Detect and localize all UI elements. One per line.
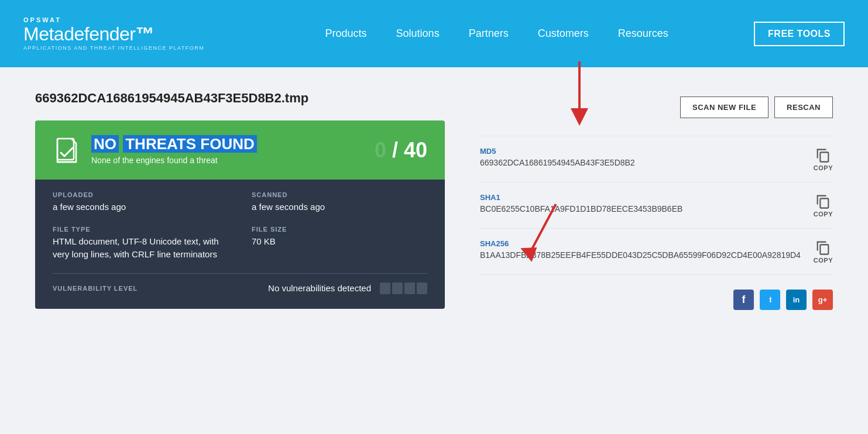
nav-resources[interactable]: Resources <box>618 27 668 40</box>
md5-label: MD5 <box>480 147 802 156</box>
file-type-label: FILE TYPE <box>53 226 228 233</box>
vuln-right: No vulnerabilities detected <box>268 283 427 294</box>
file-icon <box>53 136 81 164</box>
file-size-label: FILE SIZE <box>252 226 427 233</box>
nav-customers[interactable]: Customers <box>538 27 589 40</box>
nav-partners[interactable]: Partners <box>469 27 509 40</box>
scanned-label: SCANNED <box>252 191 427 198</box>
sha256-label: SHA256 <box>480 239 802 248</box>
vuln-label: VULNERABILITY LEVEL <box>53 285 138 292</box>
no-threats-label: NO THREATS FOUND <box>91 135 257 153</box>
sha1-row: SHA1 BC0E6255C10BFA1A9FD1D1BD78EECE3453B… <box>480 182 833 228</box>
md5-value: 669362DCA16861954945AB43F3E5D8B2 <box>480 158 802 167</box>
sha1-copy-label: COPY <box>814 211 833 218</box>
sha256-copy-button[interactable]: COPY <box>814 239 833 264</box>
scan-new-file-button[interactable]: SCAN NEW FILE <box>680 97 768 118</box>
file-size-value: 70 KB <box>252 235 427 249</box>
uploaded-block: UPLOADED a few seconds ago <box>53 191 228 214</box>
result-text: NO THREATS FOUND None of the engines fou… <box>91 135 257 165</box>
nav-solutions[interactable]: Solutions <box>396 27 440 40</box>
social-row: f 𝔱 in g+ <box>480 290 833 310</box>
sha256-copy-label: COPY <box>814 257 833 264</box>
file-type-block: FILE TYPE HTML document, UTF-8 Unicode t… <box>53 226 228 261</box>
main-nav: Products Solutions Partners Customers Re… <box>239 27 754 40</box>
rescan-button[interactable]: RESCAN <box>774 97 833 118</box>
sha256-row: SHA256 B1AA13DFB2B78B25EEFB4FE55DDE043D2… <box>480 228 833 275</box>
uploaded-label: UPLOADED <box>53 191 228 198</box>
sha1-label: SHA1 <box>480 193 802 202</box>
hash-section: MD5 669362DCA16861954945AB43F3E5D8B2 COP… <box>480 136 833 275</box>
md5-copy-label: COPY <box>814 164 833 171</box>
right-panel: SCAN NEW FILE RESCAN MD5 669362DCA168619… <box>480 91 833 310</box>
file-title: 669362DCA16861954945AB43F3E5D8B2.tmp <box>35 91 445 106</box>
none-found-subtitle: None of the engines found a threat <box>91 156 257 165</box>
svg-rect-7 <box>821 198 829 208</box>
logo-area: OPSWAT Metadefender™ APPLICATIONS AND TH… <box>23 16 204 51</box>
scanned-block: SCANNED a few seconds ago <box>252 191 427 214</box>
uploaded-value: a few seconds ago <box>53 201 228 214</box>
file-size-block: FILE SIZE 70 KB <box>252 226 427 261</box>
free-tools-button[interactable]: FREE TOOLS <box>754 22 845 46</box>
sha1-copy-button[interactable]: COPY <box>814 193 833 218</box>
info-grid: UPLOADED a few seconds ago SCANNED a few… <box>53 191 427 261</box>
vuln-bar-4 <box>417 283 427 294</box>
vuln-value: No vulnerabilities detected <box>268 283 371 293</box>
vuln-left: VULNERABILITY LEVEL <box>53 285 138 292</box>
header: OPSWAT Metadefender™ APPLICATIONS AND TH… <box>0 0 868 67</box>
sha256-value: B1AA13DFB2B78B25EEFB4FE55DDE043D25C5DBA6… <box>480 250 802 260</box>
scanned-value: a few seconds ago <box>252 201 427 214</box>
result-left: NO THREATS FOUND None of the engines fou… <box>53 135 257 165</box>
svg-rect-6 <box>821 152 829 161</box>
copy-icon-md5 <box>815 147 831 163</box>
vuln-bar-3 <box>404 283 415 294</box>
copy-icon-sha256 <box>815 239 831 256</box>
md5-row: MD5 669362DCA16861954945AB43F3E5D8B2 COP… <box>480 136 833 182</box>
sha1-info: SHA1 BC0E6255C10BFA1A9FD1D1BD78EECE3453B… <box>480 193 802 213</box>
svg-rect-8 <box>821 244 829 254</box>
left-panel: 669362DCA16861954945AB43F3E5D8B2.tmp NO … <box>35 91 445 310</box>
threat-score: 0 / 40 <box>375 138 427 163</box>
twitter-share-button[interactable]: 𝔱 <box>760 290 780 310</box>
action-buttons: SCAN NEW FILE RESCAN <box>480 97 833 118</box>
md5-copy-button[interactable]: COPY <box>814 147 833 171</box>
metadefender-logo: Metadefender™ <box>23 25 204 43</box>
file-type-value: HTML document, UTF-8 Unicode text, with … <box>53 235 228 261</box>
main-content: 669362DCA16861954945AB43F3E5D8B2.tmp NO … <box>0 67 868 333</box>
vuln-bar-1 <box>380 283 390 294</box>
vuln-bars <box>380 283 427 294</box>
vulnerability-row: VULNERABILITY LEVEL No vulnerabilities d… <box>53 273 427 294</box>
logo-subtitle: APPLICATIONS AND THREAT INTELLIGENCE PLA… <box>23 45 204 51</box>
facebook-share-button[interactable]: f <box>733 290 754 310</box>
linkedin-share-button[interactable]: in <box>786 290 807 310</box>
nav-products[interactable]: Products <box>325 27 367 40</box>
copy-icon-sha1 <box>815 193 831 209</box>
opswat-logo-text: OPSWAT <box>23 16 204 23</box>
vuln-bar-2 <box>392 283 403 294</box>
result-box: NO THREATS FOUND None of the engines fou… <box>35 120 445 180</box>
dark-info-box: UPLOADED a few seconds ago SCANNED a few… <box>35 180 445 309</box>
googleplus-share-button[interactable]: g+ <box>812 290 833 310</box>
sha256-info: SHA256 B1AA13DFB2B78B25EEFB4FE55DDE043D2… <box>480 239 802 260</box>
sha1-value: BC0E6255C10BFA1A9FD1D1BD78EECE3453B9B6EB <box>480 204 802 213</box>
md5-info: MD5 669362DCA16861954945AB43F3E5D8B2 <box>480 147 802 167</box>
